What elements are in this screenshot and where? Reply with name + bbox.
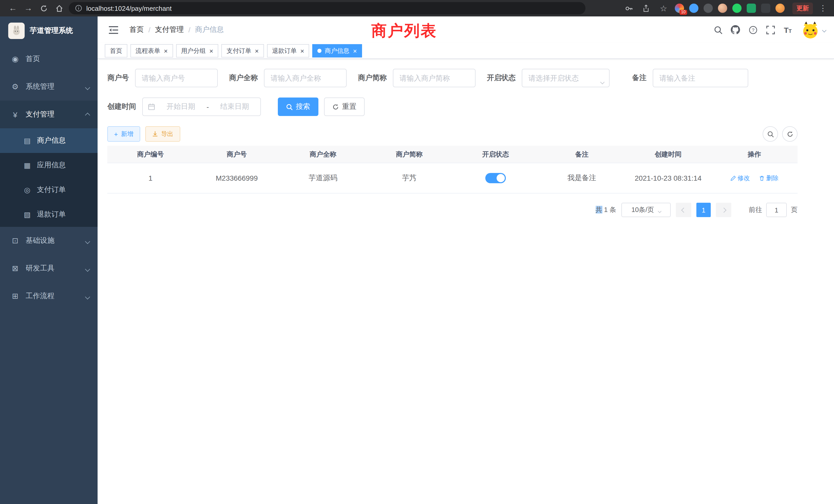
close-icon[interactable]: × bbox=[301, 47, 304, 54]
close-icon[interactable]: × bbox=[164, 47, 168, 54]
chevron-down-icon bbox=[86, 264, 89, 273]
tab-process-form[interactable]: 流程表单 × bbox=[130, 44, 173, 58]
end-date-placeholder: 结束日期 bbox=[214, 102, 255, 111]
status-toggle[interactable] bbox=[485, 173, 506, 183]
chevron-left-icon bbox=[681, 207, 686, 212]
tab-merchant-info-active[interactable]: 商户信息 × bbox=[312, 44, 362, 58]
col-header: 商户全称 bbox=[280, 150, 366, 159]
user-menu[interactable] bbox=[801, 21, 826, 39]
extension-avatar-icon[interactable] bbox=[718, 4, 727, 13]
pagination: 共 1 条 10条/页 1 前往 页 bbox=[107, 203, 797, 217]
extension-dark-icon[interactable] bbox=[704, 4, 713, 13]
date-range-picker[interactable]: 开始日期 - 结束日期 bbox=[142, 97, 261, 116]
reset-button[interactable]: 重置 bbox=[324, 97, 365, 116]
sidebar-item-refund-order[interactable]: ▧ 退款订单 bbox=[0, 202, 97, 227]
breadcrumb-home[interactable]: 首页 bbox=[129, 25, 144, 35]
close-icon[interactable]: × bbox=[209, 47, 213, 54]
infra-icon: ⊡ bbox=[11, 236, 20, 245]
extension-blue-icon[interactable] bbox=[689, 4, 698, 13]
download-icon bbox=[152, 131, 158, 137]
status-select[interactable] bbox=[522, 69, 610, 87]
sidebar-item-label: 基础设施 bbox=[26, 236, 54, 245]
sidebar-item-system[interactable]: ⚙ 系统管理 bbox=[0, 73, 97, 100]
show-search-icon[interactable] bbox=[763, 126, 778, 142]
extension-green-square-icon[interactable] bbox=[747, 4, 756, 13]
export-button-label: 导出 bbox=[161, 130, 173, 138]
github-icon[interactable] bbox=[727, 21, 744, 39]
tab-user-group[interactable]: 用户分组 × bbox=[176, 44, 218, 58]
col-header: 创建时间 bbox=[625, 150, 711, 159]
workflow-icon: ⊞ bbox=[11, 292, 20, 301]
sidebar-item-app-info[interactable]: ▦ 应用信息 bbox=[0, 153, 97, 178]
refresh-table-icon[interactable] bbox=[782, 126, 797, 142]
sidebar-item-label: 应用信息 bbox=[37, 161, 66, 170]
merchant-table: 商户编号 商户号 商户全称 商户简称 开启状态 备注 创建时间 操作 1 M23… bbox=[107, 146, 797, 193]
sidebar-item-infra[interactable]: ⊡ 基础设施 bbox=[0, 227, 97, 255]
extension-adblock-icon[interactable]: 10 bbox=[675, 4, 684, 13]
extension-green-circle-icon[interactable] bbox=[732, 4, 742, 13]
browser-menu-icon[interactable]: ⋮ bbox=[817, 4, 829, 13]
delete-link-label: 删除 bbox=[766, 174, 778, 182]
extensions-puzzle-icon[interactable] bbox=[761, 4, 770, 13]
tab-refund-order[interactable]: 退款订单 × bbox=[267, 44, 309, 58]
forward-icon[interactable]: → bbox=[21, 2, 36, 15]
remark-input[interactable] bbox=[653, 69, 748, 87]
next-page-button[interactable] bbox=[716, 203, 731, 217]
sidebar-item-workflow[interactable]: ⊞ 工作流程 bbox=[0, 282, 97, 310]
bookmark-star-icon[interactable]: ☆ bbox=[656, 2, 671, 15]
breadcrumb-separator: / bbox=[148, 26, 151, 34]
browser-actions: ☆ 10 更新 ⋮ bbox=[621, 2, 829, 15]
search-button[interactable]: 搜索 bbox=[278, 97, 319, 116]
export-button[interactable]: 导出 bbox=[145, 126, 180, 142]
sidebar-item-merchant-info[interactable]: ▤ 商户信息 bbox=[0, 128, 97, 153]
total-count: 1 条 bbox=[604, 206, 616, 213]
browser-update-button[interactable]: 更新 bbox=[792, 2, 813, 14]
sidebar-item-payment[interactable]: ¥ 支付管理 bbox=[0, 100, 97, 128]
sidebar-item-pay-order[interactable]: ◎ 支付订单 bbox=[0, 178, 97, 202]
gear-icon: ⚙ bbox=[11, 82, 20, 91]
share-icon[interactable] bbox=[638, 2, 654, 15]
reload-icon[interactable] bbox=[36, 2, 51, 15]
close-icon[interactable]: × bbox=[255, 47, 259, 54]
close-icon[interactable]: × bbox=[353, 47, 357, 54]
goto-page-input[interactable] bbox=[766, 203, 787, 217]
sidebar-item-devtools[interactable]: ⊠ 研发工具 bbox=[0, 255, 97, 282]
active-dot bbox=[317, 49, 322, 53]
tab-pay-order[interactable]: 支付订单 × bbox=[221, 44, 264, 58]
home-icon[interactable] bbox=[51, 2, 67, 15]
start-date-placeholder: 开始日期 bbox=[160, 102, 201, 111]
prev-page-button[interactable] bbox=[676, 203, 691, 217]
password-key-icon[interactable] bbox=[621, 2, 636, 15]
filter-label: 商户简称 bbox=[358, 73, 387, 83]
short-name-input[interactable] bbox=[393, 69, 476, 87]
search-button-label: 搜索 bbox=[296, 102, 310, 111]
search-icon[interactable] bbox=[710, 21, 726, 39]
page-size-select[interactable]: 10条/页 bbox=[621, 203, 671, 217]
chevron-down-icon bbox=[86, 83, 89, 91]
back-icon[interactable]: ← bbox=[5, 2, 21, 15]
browser-toolbar: ← → localhost:1024/pay/merchant ☆ 10 bbox=[0, 0, 834, 17]
page-number-active[interactable]: 1 bbox=[696, 203, 711, 217]
col-header: 商户号 bbox=[194, 150, 280, 159]
font-size-icon[interactable]: TT bbox=[780, 21, 796, 39]
sidebar-item-home[interactable]: ◉ 首页 bbox=[0, 45, 97, 73]
goto-page: 前往 页 bbox=[749, 203, 797, 217]
edit-link[interactable]: 修改 bbox=[730, 174, 750, 182]
fullscreen-icon[interactable] bbox=[762, 21, 778, 39]
delete-link[interactable]: 删除 bbox=[759, 174, 778, 182]
full-name-input[interactable] bbox=[264, 69, 347, 87]
tab-home[interactable]: 首页 bbox=[105, 44, 127, 58]
cell-merchant-no: M233666999 bbox=[194, 174, 280, 182]
address-bar[interactable]: localhost:1024/pay/merchant bbox=[69, 2, 586, 14]
merchant-no-input[interactable] bbox=[135, 69, 218, 87]
tab-label: 商户信息 bbox=[325, 46, 349, 55]
help-icon[interactable]: ? bbox=[745, 21, 761, 39]
add-button[interactable]: + 新增 bbox=[107, 126, 140, 142]
cell-actions: 修改 删除 bbox=[711, 174, 797, 182]
sidebar-fold-icon[interactable] bbox=[105, 21, 122, 39]
extension-badge: 10 bbox=[679, 10, 687, 15]
app-logo[interactable]: 芋道管理系统 bbox=[0, 17, 97, 45]
profile-avatar-icon[interactable] bbox=[775, 4, 785, 13]
tags-view-bar: 首页 流程表单 × 用户分组 × 支付订单 × 退款订单 × 商户信息 × bbox=[97, 43, 834, 59]
breadcrumb-payment[interactable]: 支付管理 bbox=[155, 25, 184, 35]
